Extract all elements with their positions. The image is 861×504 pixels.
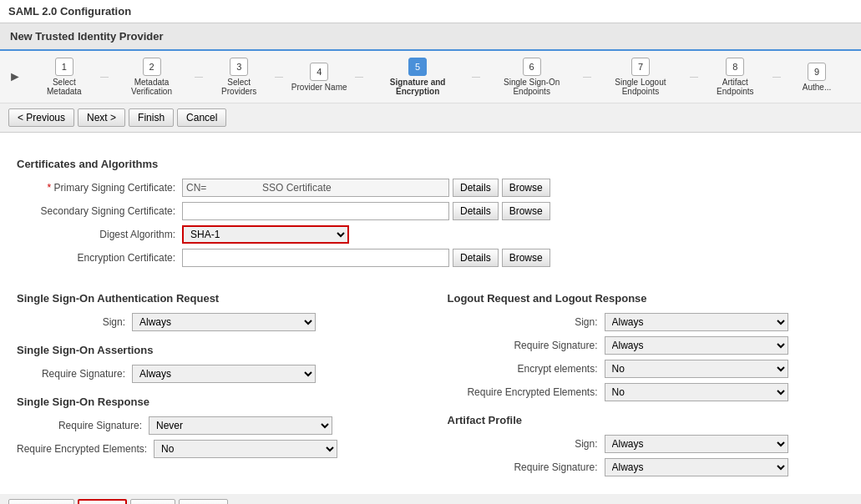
wizard-step-7[interactable]: 7 Single Logout Endpoints bbox=[598, 58, 682, 96]
step-divider-5 bbox=[472, 77, 480, 78]
sso-response-enc-select[interactable]: No Yes bbox=[154, 440, 337, 458]
sso-response-enc-row: Require Encrypted Elements: No Yes bbox=[17, 440, 414, 458]
step-label-7: Single Logout Endpoints bbox=[598, 78, 682, 96]
artifact-section: Artifact Profile Sign: Always Never Requ… bbox=[448, 414, 845, 476]
logout-encrypt-row: Encrypt elements: No Yes bbox=[448, 360, 845, 378]
next-button-bottom[interactable]: Next > bbox=[78, 499, 127, 504]
wizard-step-1[interactable]: 1 Select Metadata bbox=[35, 58, 94, 96]
step-divider-4 bbox=[355, 77, 363, 78]
artifact-sign-row: Sign: Always Never bbox=[448, 435, 845, 453]
logout-sign-select[interactable]: Always Never bbox=[605, 313, 788, 331]
toolbar-bottom: < Previous Next > Finish Cancel bbox=[0, 494, 861, 504]
step-circle-9: 9 bbox=[808, 63, 826, 81]
sso-assertions-title: Single Sign-On Assertions bbox=[17, 344, 414, 356]
digest-row: Digest Algorithm: SHA-1 SHA-256 SHA-512 bbox=[17, 225, 844, 244]
secondary-cert-browse-button[interactable]: Browse bbox=[502, 202, 550, 220]
logout-encrypt-select[interactable]: No Yes bbox=[605, 360, 788, 378]
sso-response-sig-select[interactable]: Never Always IfMetadataRequires bbox=[149, 416, 332, 435]
wizard-arrow-icon: ► bbox=[8, 69, 22, 84]
step-divider-6 bbox=[583, 77, 591, 78]
step-label-9: Authe... bbox=[803, 83, 831, 92]
artifact-req-sig-select[interactable]: Always Never bbox=[605, 458, 788, 476]
main-content: Certificates and Algorithms Primary Sign… bbox=[0, 133, 861, 494]
primary-cert-details-button[interactable]: Details bbox=[453, 179, 499, 197]
encryption-cert-label: Encryption Certificate: bbox=[17, 252, 175, 264]
encryption-cert-details-button[interactable]: Details bbox=[453, 249, 499, 267]
wizard-step-5[interactable]: 5 Signature and Encryption bbox=[370, 58, 465, 96]
sso-assertions-sig-label: Require Signature: bbox=[17, 368, 125, 380]
artifact-req-sig-row: Require Signature: Always Never bbox=[448, 458, 845, 476]
step-label-4: Provider Name bbox=[291, 83, 347, 92]
page-title: SAML 2.0 Configuration bbox=[0, 0, 861, 23]
step-divider-3 bbox=[275, 77, 283, 78]
wizard-step-2[interactable]: 2 Metadata Verification bbox=[115, 58, 188, 96]
step-circle-4: 4 bbox=[310, 63, 328, 81]
sso-response-sig-row: Require Signature: Never Always IfMetada… bbox=[17, 416, 414, 435]
sso-assertions-sig-select[interactable]: Always Never IfMetadataRequires bbox=[132, 365, 316, 383]
sso-auth-title: Single Sign-On Authentication Request bbox=[17, 292, 414, 305]
step-label-5: Signature and Encryption bbox=[370, 78, 465, 96]
toolbar-top: < Previous Next > Finish Cancel bbox=[0, 103, 861, 133]
artifact-sign-select[interactable]: Always Never bbox=[605, 435, 788, 453]
wizard-step-8[interactable]: 8 Artifact Endpoints bbox=[705, 58, 766, 96]
step-circle-2: 2 bbox=[143, 58, 161, 76]
secondary-cert-row: Secondary Signing Certificate: Details B… bbox=[17, 202, 844, 220]
wizard-step-4[interactable]: 4 Provider Name bbox=[290, 63, 348, 92]
digest-select[interactable]: SHA-1 SHA-256 SHA-512 bbox=[182, 225, 349, 244]
secondary-cert-details-button[interactable]: Details bbox=[453, 202, 499, 220]
logout-req-sig-select[interactable]: Always Never bbox=[605, 336, 788, 355]
sso-response-section: Single Sign-On Response Require Signatur… bbox=[17, 396, 414, 458]
step-divider-7 bbox=[690, 77, 698, 78]
step-circle-8: 8 bbox=[726, 58, 744, 76]
step-circle-5: 5 bbox=[408, 58, 427, 76]
step-circle-3: 3 bbox=[230, 58, 248, 76]
finish-button-bottom[interactable]: Finish bbox=[130, 499, 175, 504]
cancel-button-bottom[interactable]: Cancel bbox=[179, 499, 228, 504]
logout-sign-row: Sign: Always Never bbox=[448, 313, 845, 331]
sso-auth-sign-select[interactable]: Always Never IfMetadataRequires bbox=[132, 313, 316, 331]
primary-cert-input[interactable] bbox=[182, 179, 449, 197]
previous-button-top[interactable]: < Previous bbox=[8, 108, 74, 127]
logout-req-sig-label: Require Signature: bbox=[448, 340, 598, 351]
primary-cert-browse-button[interactable]: Browse bbox=[502, 179, 550, 197]
step-circle-7: 7 bbox=[631, 58, 650, 76]
encryption-cert-input[interactable] bbox=[182, 249, 449, 267]
wizard-step-9[interactable]: 9 Authe... bbox=[788, 63, 846, 92]
sso-response-enc-label: Require Encrypted Elements: bbox=[17, 443, 147, 455]
step-divider-1 bbox=[100, 77, 109, 78]
encryption-cert-browse-button[interactable]: Browse bbox=[502, 249, 550, 267]
logout-req-enc-row: Require Encrypted Elements: No Yes bbox=[448, 383, 845, 401]
right-column: Logout Request and Logout Response Sign:… bbox=[448, 280, 845, 481]
step-label-6: Single Sign-On Endpoints bbox=[487, 78, 576, 96]
encryption-cert-row: Encryption Certificate: Details Browse bbox=[17, 249, 844, 267]
sso-response-sig-label: Require Signature: bbox=[17, 420, 142, 431]
sso-response-title: Single Sign-On Response bbox=[17, 396, 414, 408]
certs-section-title: Certificates and Algorithms bbox=[17, 158, 844, 170]
step-divider-2 bbox=[195, 77, 203, 78]
logout-sign-label: Sign: bbox=[448, 316, 598, 328]
previous-button-bottom[interactable]: < Previous bbox=[8, 499, 74, 504]
secondary-cert-label: Secondary Signing Certificate: bbox=[17, 205, 175, 217]
logout-req-enc-select[interactable]: No Yes bbox=[605, 383, 788, 401]
logout-encrypt-label: Encrypt elements: bbox=[448, 363, 598, 375]
step-label-3: Select Providers bbox=[210, 78, 268, 96]
wizard-step-6[interactable]: 6 Single Sign-On Endpoints bbox=[487, 58, 576, 96]
sso-assertions-sig-row: Require Signature: Always Never IfMetada… bbox=[17, 365, 414, 383]
cancel-button-top[interactable]: Cancel bbox=[177, 108, 226, 127]
sso-auth-sign-label: Sign: bbox=[17, 316, 125, 328]
step-circle-6: 6 bbox=[523, 58, 541, 76]
sso-auth-sign-row: Sign: Always Never IfMetadataRequires bbox=[17, 313, 414, 331]
wizard-step-3[interactable]: 3 Select Providers bbox=[210, 58, 268, 96]
left-column: Single Sign-On Authentication Request Si… bbox=[17, 280, 414, 481]
step-divider-8 bbox=[772, 77, 781, 78]
digest-label: Digest Algorithm: bbox=[17, 229, 175, 240]
artifact-req-sig-label: Require Signature: bbox=[448, 461, 598, 473]
next-button-top[interactable]: Next > bbox=[78, 108, 125, 127]
wizard-steps: ► 1 Select Metadata 2 Metadata Verificat… bbox=[0, 51, 861, 103]
primary-cert-label: Primary Signing Certificate: bbox=[17, 182, 175, 194]
secondary-cert-input[interactable] bbox=[182, 202, 449, 220]
logout-section-title: Logout Request and Logout Response bbox=[448, 292, 845, 305]
logout-req-enc-label: Require Encrypted Elements: bbox=[448, 386, 598, 398]
logout-req-sig-row: Require Signature: Always Never bbox=[448, 336, 845, 355]
finish-button-top[interactable]: Finish bbox=[129, 108, 174, 127]
